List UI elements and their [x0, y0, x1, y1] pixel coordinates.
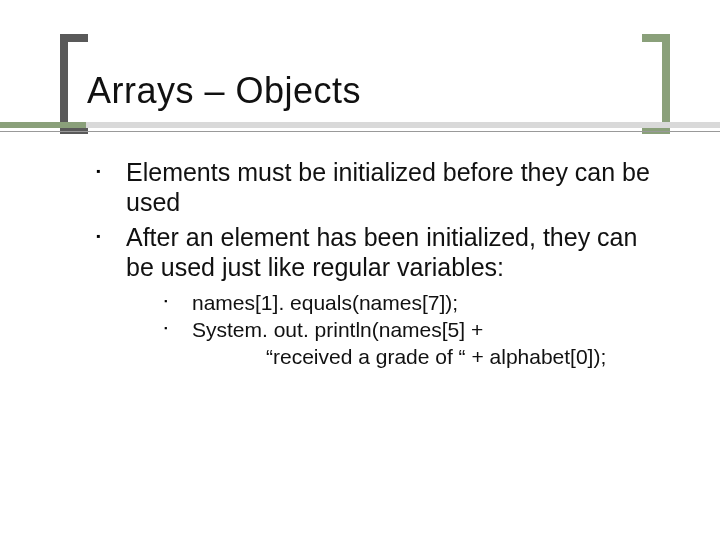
slide-title: Arrays – Objects: [87, 70, 361, 112]
title-rule: [0, 122, 720, 134]
sub-bullet-item: names[1]. equals(names[7]);: [164, 290, 656, 317]
content-area: Elements must be initialized before they…: [96, 158, 656, 377]
bullet-item: After an element has been initialized, t…: [96, 223, 656, 371]
right-bracket-decoration: [640, 34, 670, 134]
code-line: names[1]. equals(names[7]);: [192, 290, 458, 317]
bullet-item: Elements must be initialized before they…: [96, 158, 656, 217]
slide: Arrays – Objects Elements must be initia…: [0, 0, 720, 540]
left-bracket-decoration: [60, 34, 90, 134]
bullet-text: After an element has been initialized, t…: [126, 223, 637, 281]
sub-bullet-item: System. out. println(names[5] + “receive…: [164, 317, 656, 371]
code-line: System. out. println(names[5] +: [192, 317, 483, 344]
bullet-text: Elements must be initialized before they…: [126, 158, 650, 216]
title-text: Arrays – Objects: [87, 70, 361, 112]
code-line: “received a grade of “ + alphabet[0]);: [192, 344, 656, 371]
